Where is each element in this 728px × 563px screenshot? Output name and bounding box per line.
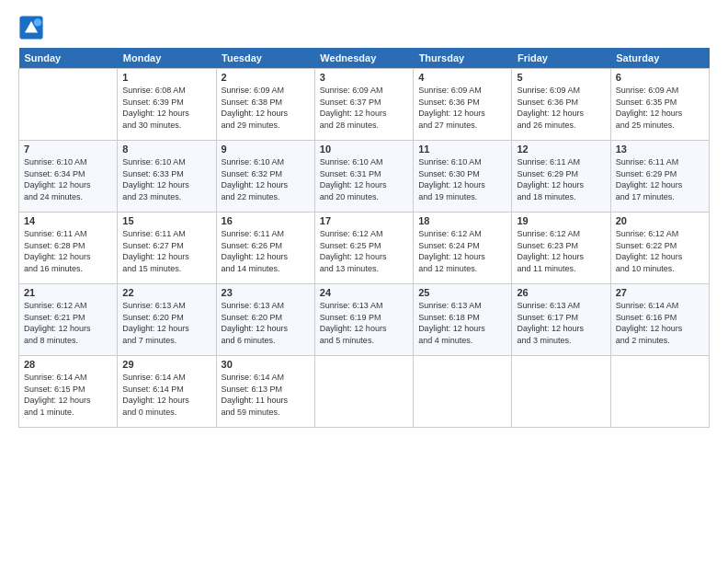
day-number: 21 bbox=[24, 287, 112, 298]
day-number: 17 bbox=[320, 215, 408, 226]
calendar-header: SundayMondayTuesdayWednesdayThursdayFrid… bbox=[19, 48, 710, 69]
calendar-cell: 14Sunrise: 6:11 AM Sunset: 6:28 PM Dayli… bbox=[19, 213, 118, 284]
calendar-cell bbox=[19, 69, 118, 141]
day-info: Sunrise: 6:12 AM Sunset: 6:24 PM Dayligh… bbox=[418, 228, 506, 274]
day-info: Sunrise: 6:10 AM Sunset: 6:32 PM Dayligh… bbox=[222, 156, 310, 202]
calendar-cell: 24Sunrise: 6:13 AM Sunset: 6:19 PM Dayli… bbox=[314, 284, 413, 356]
day-number: 28 bbox=[24, 359, 112, 370]
calendar-cell: 21Sunrise: 6:12 AM Sunset: 6:21 PM Dayli… bbox=[19, 284, 118, 356]
calendar-cell: 20Sunrise: 6:12 AM Sunset: 6:22 PM Dayli… bbox=[610, 213, 709, 284]
week-row-2: 7Sunrise: 6:10 AM Sunset: 6:34 PM Daylig… bbox=[19, 141, 710, 213]
day-number: 6 bbox=[616, 72, 704, 83]
day-info: Sunrise: 6:14 AM Sunset: 6:15 PM Dayligh… bbox=[24, 372, 112, 418]
day-info: Sunrise: 6:11 AM Sunset: 6:29 PM Dayligh… bbox=[616, 156, 704, 202]
calendar-cell: 25Sunrise: 6:13 AM Sunset: 6:18 PM Dayli… bbox=[414, 284, 512, 356]
calendar-cell: 13Sunrise: 6:11 AM Sunset: 6:29 PM Dayli… bbox=[610, 141, 709, 213]
day-number: 20 bbox=[616, 215, 704, 226]
header-cell-monday: Monday bbox=[118, 48, 216, 69]
day-info: Sunrise: 6:13 AM Sunset: 6:17 PM Dayligh… bbox=[517, 300, 605, 346]
calendar-cell: 5Sunrise: 6:09 AM Sunset: 6:36 PM Daylig… bbox=[512, 69, 610, 141]
header-cell-saturday: Saturday bbox=[610, 48, 709, 69]
svg-point-2 bbox=[34, 18, 41, 26]
day-number: 14 bbox=[24, 215, 112, 226]
day-number: 13 bbox=[616, 144, 704, 155]
day-info: Sunrise: 6:10 AM Sunset: 6:33 PM Dayligh… bbox=[122, 156, 210, 202]
calendar-cell: 19Sunrise: 6:12 AM Sunset: 6:23 PM Dayli… bbox=[512, 213, 610, 284]
calendar-cell bbox=[414, 356, 512, 428]
week-row-4: 21Sunrise: 6:12 AM Sunset: 6:21 PM Dayli… bbox=[19, 284, 710, 356]
day-number: 18 bbox=[418, 215, 506, 226]
calendar-cell: 16Sunrise: 6:11 AM Sunset: 6:26 PM Dayli… bbox=[216, 213, 314, 284]
logo-icon bbox=[18, 15, 44, 40]
day-info: Sunrise: 6:13 AM Sunset: 6:18 PM Dayligh… bbox=[418, 300, 506, 346]
day-info: Sunrise: 6:09 AM Sunset: 6:37 PM Dayligh… bbox=[320, 85, 408, 131]
calendar-cell: 17Sunrise: 6:12 AM Sunset: 6:25 PM Dayli… bbox=[314, 213, 413, 284]
calendar-cell: 12Sunrise: 6:11 AM Sunset: 6:29 PM Dayli… bbox=[512, 141, 610, 213]
calendar-cell bbox=[512, 356, 610, 428]
header-row: SundayMondayTuesdayWednesdayThursdayFrid… bbox=[19, 48, 710, 69]
calendar-cell: 18Sunrise: 6:12 AM Sunset: 6:24 PM Dayli… bbox=[414, 213, 512, 284]
day-info: Sunrise: 6:14 AM Sunset: 6:13 PM Dayligh… bbox=[222, 372, 310, 418]
calendar-cell: 8Sunrise: 6:10 AM Sunset: 6:33 PM Daylig… bbox=[118, 141, 216, 213]
day-number: 11 bbox=[418, 144, 506, 155]
day-info: Sunrise: 6:14 AM Sunset: 6:14 PM Dayligh… bbox=[122, 372, 210, 418]
day-number: 12 bbox=[517, 144, 605, 155]
page: SundayMondayTuesdayWednesdayThursdayFrid… bbox=[0, 0, 728, 563]
calendar-cell: 11Sunrise: 6:10 AM Sunset: 6:30 PM Dayli… bbox=[414, 141, 512, 213]
day-number: 5 bbox=[517, 72, 605, 83]
calendar-cell: 30Sunrise: 6:14 AM Sunset: 6:13 PM Dayli… bbox=[216, 356, 314, 428]
logo bbox=[18, 15, 48, 40]
day-number: 25 bbox=[418, 287, 506, 298]
day-info: Sunrise: 6:10 AM Sunset: 6:34 PM Dayligh… bbox=[24, 156, 112, 202]
day-info: Sunrise: 6:12 AM Sunset: 6:21 PM Dayligh… bbox=[24, 300, 112, 346]
calendar-cell: 3Sunrise: 6:09 AM Sunset: 6:37 PM Daylig… bbox=[314, 69, 413, 141]
day-number: 24 bbox=[320, 287, 408, 298]
calendar-cell: 2Sunrise: 6:09 AM Sunset: 6:38 PM Daylig… bbox=[216, 69, 314, 141]
header-cell-thursday: Thursday bbox=[414, 48, 512, 69]
calendar-body: 1Sunrise: 6:08 AM Sunset: 6:39 PM Daylig… bbox=[19, 69, 710, 428]
calendar-cell: 4Sunrise: 6:09 AM Sunset: 6:36 PM Daylig… bbox=[414, 69, 512, 141]
calendar-cell: 28Sunrise: 6:14 AM Sunset: 6:15 PM Dayli… bbox=[19, 356, 118, 428]
day-number: 2 bbox=[222, 72, 310, 83]
calendar-cell: 9Sunrise: 6:10 AM Sunset: 6:32 PM Daylig… bbox=[216, 141, 314, 213]
day-info: Sunrise: 6:12 AM Sunset: 6:22 PM Dayligh… bbox=[616, 228, 704, 274]
day-number: 8 bbox=[122, 144, 210, 155]
week-row-3: 14Sunrise: 6:11 AM Sunset: 6:28 PM Dayli… bbox=[19, 213, 710, 284]
week-row-5: 28Sunrise: 6:14 AM Sunset: 6:15 PM Dayli… bbox=[19, 356, 710, 428]
day-number: 7 bbox=[24, 144, 112, 155]
header-cell-tuesday: Tuesday bbox=[216, 48, 314, 69]
calendar-cell: 27Sunrise: 6:14 AM Sunset: 6:16 PM Dayli… bbox=[610, 284, 709, 356]
calendar-cell bbox=[610, 356, 709, 428]
day-info: Sunrise: 6:13 AM Sunset: 6:20 PM Dayligh… bbox=[222, 300, 310, 346]
day-info: Sunrise: 6:08 AM Sunset: 6:39 PM Dayligh… bbox=[122, 85, 210, 131]
day-info: Sunrise: 6:13 AM Sunset: 6:20 PM Dayligh… bbox=[122, 300, 210, 346]
calendar-cell: 15Sunrise: 6:11 AM Sunset: 6:27 PM Dayli… bbox=[118, 213, 216, 284]
day-info: Sunrise: 6:11 AM Sunset: 6:26 PM Dayligh… bbox=[222, 228, 310, 274]
day-info: Sunrise: 6:11 AM Sunset: 6:27 PM Dayligh… bbox=[122, 228, 210, 274]
calendar-cell: 10Sunrise: 6:10 AM Sunset: 6:31 PM Dayli… bbox=[314, 141, 413, 213]
calendar-cell: 26Sunrise: 6:13 AM Sunset: 6:17 PM Dayli… bbox=[512, 284, 610, 356]
calendar-table: SundayMondayTuesdayWednesdayThursdayFrid… bbox=[18, 48, 710, 428]
day-info: Sunrise: 6:09 AM Sunset: 6:38 PM Dayligh… bbox=[222, 85, 310, 131]
day-number: 29 bbox=[122, 359, 210, 370]
week-row-1: 1Sunrise: 6:08 AM Sunset: 6:39 PM Daylig… bbox=[19, 69, 710, 141]
header-cell-sunday: Sunday bbox=[19, 48, 118, 69]
day-info: Sunrise: 6:09 AM Sunset: 6:36 PM Dayligh… bbox=[517, 85, 605, 131]
day-info: Sunrise: 6:09 AM Sunset: 6:36 PM Dayligh… bbox=[418, 85, 506, 131]
day-number: 1 bbox=[122, 72, 210, 83]
day-info: Sunrise: 6:14 AM Sunset: 6:16 PM Dayligh… bbox=[616, 300, 704, 346]
day-number: 15 bbox=[122, 215, 210, 226]
calendar-cell bbox=[314, 356, 413, 428]
day-number: 30 bbox=[222, 359, 310, 370]
day-number: 9 bbox=[222, 144, 310, 155]
day-info: Sunrise: 6:11 AM Sunset: 6:28 PM Dayligh… bbox=[24, 228, 112, 274]
calendar-cell: 22Sunrise: 6:13 AM Sunset: 6:20 PM Dayli… bbox=[118, 284, 216, 356]
day-number: 10 bbox=[320, 144, 408, 155]
day-number: 4 bbox=[418, 72, 506, 83]
calendar-cell: 6Sunrise: 6:09 AM Sunset: 6:35 PM Daylig… bbox=[610, 69, 709, 141]
header-cell-wednesday: Wednesday bbox=[314, 48, 413, 69]
day-info: Sunrise: 6:09 AM Sunset: 6:35 PM Dayligh… bbox=[616, 85, 704, 131]
day-number: 26 bbox=[517, 287, 605, 298]
day-info: Sunrise: 6:10 AM Sunset: 6:30 PM Dayligh… bbox=[418, 156, 506, 202]
calendar-cell: 29Sunrise: 6:14 AM Sunset: 6:14 PM Dayli… bbox=[118, 356, 216, 428]
